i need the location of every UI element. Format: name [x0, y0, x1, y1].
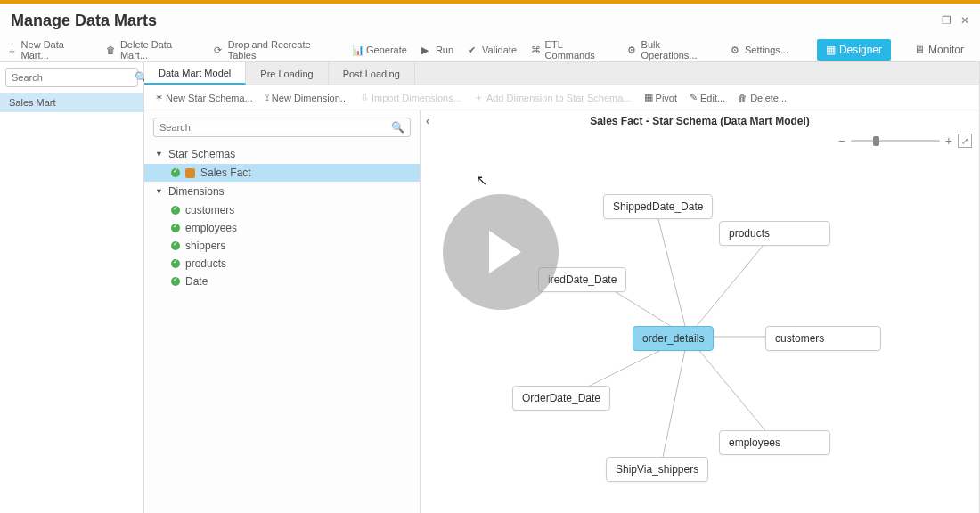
collapse-icon[interactable]: ▼ — [155, 187, 163, 196]
node-label: ShippedDate_Date — [613, 200, 703, 213]
close-icon[interactable]: ✕ — [960, 14, 969, 27]
trash-icon: 🗑 — [106, 45, 117, 55]
svg-line-1 — [688, 234, 772, 337]
delete-button[interactable]: 🗑Delete... — [738, 93, 787, 103]
settings-button[interactable]: ⚙Settings... — [731, 45, 788, 55]
tree-item-customers[interactable]: customers — [144, 201, 420, 219]
new-star-schema-button[interactable]: ✶New Star Schema... — [155, 92, 253, 103]
group-star-schemas[interactable]: ▼ Star Schemas — [144, 144, 420, 164]
tree-search[interactable]: 🔍 — [153, 118, 411, 137]
collapse-icon[interactable]: ▼ — [155, 150, 163, 159]
diagram-title: Sales Fact - Star Schema (Data Mart Mode… — [590, 115, 810, 127]
svg-line-0 — [657, 212, 688, 337]
tab-bar: Data Mart Model Pre Loading Post Loading — [144, 62, 979, 86]
node-shippeddate-date[interactable]: ShippedDate_Date — [603, 194, 713, 219]
rail-search-input[interactable] — [12, 72, 135, 83]
node-shipvia-shippers[interactable]: ShipVia_shippers — [606, 457, 708, 482]
tree-item-shippers[interactable]: shippers — [144, 237, 420, 255]
add-dimension-button: ＋Add Dimension to Star Schema... — [474, 91, 632, 104]
page-header: Manage Data Marts ❐ ✕ — [0, 4, 980, 37]
tree-item-products[interactable]: products — [144, 255, 420, 273]
sub-toolbar: ✶New Star Schema... ⟟New Dimension... ⇩I… — [144, 86, 979, 110]
label: New Star Schema... — [166, 93, 253, 103]
monitor-icon: 🖥 — [914, 44, 925, 56]
pivot-button[interactable]: ▦Pivot — [644, 92, 677, 103]
tab-pre-loading[interactable]: Pre Loading — [246, 62, 328, 85]
run-icon: ▶ — [421, 45, 432, 55]
search-icon[interactable]: 🔍 — [391, 121, 404, 134]
group-dimensions[interactable]: ▼ Dimensions — [144, 182, 420, 201]
tab-post-loading[interactable]: Post Loading — [329, 62, 415, 85]
label: Bulk Operations... — [641, 39, 716, 61]
item-label: employees — [185, 222, 237, 234]
bulk-operations-button[interactable]: ⚙Bulk Operations... — [627, 39, 716, 61]
etl-commands-button[interactable]: ⌘ETL Commands — [531, 39, 613, 61]
label: Add Dimension to Star Schema... — [486, 93, 632, 103]
edit-button[interactable]: ✎Edit... — [690, 92, 725, 103]
node-products[interactable]: products — [719, 221, 830, 246]
tab-data-mart-model[interactable]: Data Mart Model — [144, 62, 246, 85]
node-label: order_details — [642, 332, 704, 345]
run-button[interactable]: ▶Run — [421, 45, 453, 55]
label: Drop and Recreate Tables — [228, 39, 338, 61]
star-icon: ✶ — [155, 92, 163, 103]
back-icon[interactable]: ‹ — [426, 115, 429, 127]
designer-icon: ▦ — [826, 44, 836, 56]
node-label: ShipVia_shippers — [616, 463, 698, 476]
cursor-icon: ↖ — [476, 172, 487, 189]
status-icon — [171, 168, 180, 177]
label: Monitor — [928, 44, 964, 56]
new-dimension-button[interactable]: ⟟New Dimension... — [265, 92, 348, 103]
node-order-details[interactable]: order_details — [633, 326, 714, 351]
import-dimensions-button: ⇩Import Dimensions... — [361, 92, 461, 103]
node-label: iredDate_Date — [548, 273, 617, 286]
item-label: Sales Fact — [200, 167, 251, 179]
commands-icon: ⌘ — [531, 45, 542, 55]
node-label: products — [729, 227, 770, 240]
status-icon — [171, 277, 180, 286]
main-toolbar: ＋New Data Mart... 🗑Delete Data Mart... ⟳… — [0, 37, 980, 62]
svg-line-6 — [661, 337, 688, 466]
new-datamart-button[interactable]: ＋New Data Mart... — [7, 39, 92, 61]
node-orderdate-date[interactable]: OrderDate_Date — [512, 386, 610, 411]
label: Designer — [839, 44, 882, 56]
left-rail: 🔍 Sales Mart — [0, 62, 144, 513]
generate-button[interactable]: 📊Generate — [352, 45, 407, 55]
tree-item-date[interactable]: Date — [144, 273, 420, 290]
label: New Dimension... — [272, 93, 348, 103]
add-icon: ＋ — [474, 91, 484, 104]
restore-icon[interactable]: ❐ — [942, 14, 951, 27]
delete-icon: 🗑 — [738, 93, 747, 103]
edit-icon: ✎ — [690, 92, 698, 103]
drop-recreate-button[interactable]: ⟳Drop and Recreate Tables — [214, 39, 338, 61]
node-label: customers — [775, 332, 824, 345]
tree-pane: 🔍 ▼ Star Schemas Sales Fact ▼ Dimensions — [144, 110, 421, 513]
validate-button[interactable]: ✔Validate — [468, 45, 517, 55]
monitor-button[interactable]: 🖥Monitor — [905, 39, 973, 61]
dimension-icon: ⟟ — [265, 92, 269, 103]
diagram-header: ‹ Sales Fact - Star Schema (Data Mart Mo… — [421, 110, 979, 132]
rail-search[interactable]: 🔍 — [5, 68, 138, 87]
node-customers[interactable]: customers — [765, 326, 881, 351]
status-icon — [171, 206, 180, 215]
diagram-canvas[interactable]: ↖ order_details ShippedDate_Date product… — [421, 132, 979, 513]
status-icon — [171, 241, 180, 250]
rail-item-salesmart[interactable]: Sales Mart — [0, 93, 143, 112]
tree-search-input[interactable] — [159, 122, 391, 133]
tree-item-employees[interactable]: employees — [144, 219, 420, 237]
node-label: employees — [729, 436, 780, 449]
pivot-icon: ▦ — [644, 92, 653, 103]
group-label: Dimensions — [168, 185, 225, 198]
node-employees[interactable]: employees — [719, 430, 830, 455]
refresh-icon: ⟳ — [214, 45, 225, 55]
play-overlay-icon[interactable] — [443, 194, 559, 310]
tree-item-sales-fact[interactable]: Sales Fact — [144, 164, 420, 182]
label: Generate — [366, 45, 407, 55]
designer-button[interactable]: ▦Designer — [817, 39, 891, 61]
delete-datamart-button[interactable]: 🗑Delete Data Mart... — [106, 39, 200, 61]
label: Edit... — [700, 93, 725, 103]
item-label: products — [185, 257, 226, 270]
object-tree: ▼ Star Schemas Sales Fact ▼ Dimensions c… — [144, 144, 420, 290]
status-icon — [171, 224, 180, 232]
label: Pivot — [656, 93, 677, 103]
